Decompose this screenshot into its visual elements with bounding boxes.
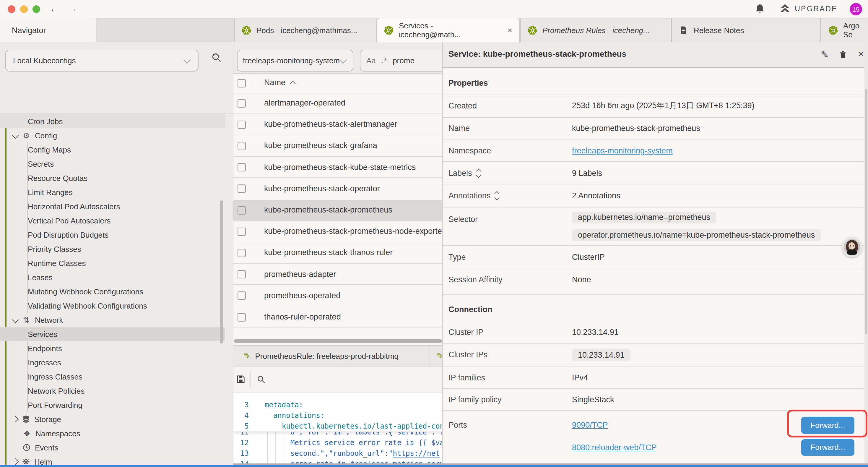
sidebar-item-mutating-webhook-configurations[interactable]: Mutating Webhook Configurations [0,284,225,298]
back-button[interactable]: ← [50,2,60,16]
row-checkbox[interactable] [238,206,246,214]
chevron-right-icon[interactable] [12,459,19,465]
sidebar-item-events[interactable]: Events [0,440,225,455]
sidebar-item-endpoints[interactable]: Endpoints [0,341,225,355]
property-row-cluster-ip: Cluster IP 10.233.14.91 [442,321,864,344]
traffic-light-minimize[interactable] [20,5,28,13]
dock-tab-prometheusrule[interactable]: ✎ PrometheusRule: freeleaps-prod-rabbitm… [234,346,430,366]
port-link-8080[interactable]: 8080:reloader-web/TCP [572,443,657,452]
tab-release-notes[interactable]: Release Notes [671,18,821,42]
row-checkbox[interactable] [238,292,246,300]
user-avatar[interactable] [842,237,862,257]
sidebar-item-services[interactable]: Services [0,327,225,341]
sidebar-item-runtime-classes[interactable]: Runtime Classes [0,256,225,270]
sidebar-item-storage[interactable]: Storage [0,412,225,426]
editor-search-button[interactable] [256,375,266,384]
expand-toggle-icon[interactable] [495,192,499,200]
chevron-right-icon[interactable] [12,416,19,423]
row-checkbox[interactable] [238,249,246,257]
sidebar-item-ingresses[interactable]: Ingresses [0,355,225,370]
sidebar-item-horizontal-pod-autoscalers[interactable]: Horizontal Pod Autoscalers [0,199,225,213]
sidebar-item-priority-classes[interactable]: Priority Classes [0,242,225,256]
namespace-link[interactable]: freeleaps-monitoring-system [572,146,673,155]
property-row-created: Created 253d 16h 6m ago (2025年1月13日 GMT+… [442,95,864,117]
table-row-selected[interactable]: kube-prometheus-stack-prometheus [234,200,442,221]
sidebar-item-config-maps[interactable]: Config Maps [0,143,225,157]
port-link-9090[interactable]: 9090/TCP [572,420,608,430]
sidebar-search-button[interactable] [211,52,222,63]
sidebar-item-namespaces[interactable]: ❖ Namespaces [0,426,225,440]
services-list-pane: freeleaps-monitoring-system Aa .* prome … [234,42,442,467]
tab-pods[interactable]: Pods - icecheng@mathmas... [234,18,376,42]
select-all-checkbox[interactable] [238,79,246,87]
helm-wheel-icon [22,458,30,466]
kubeconfig-select[interactable]: Local Kubeconfigs [5,49,198,71]
sidebar-item-vertical-pod-autoscalers[interactable]: Vertical Pod Autoscalers [0,213,225,228]
cluster-ip-chip: 10.233.14.91 [572,349,630,361]
row-checkbox[interactable] [238,270,246,279]
row-checkbox[interactable] [238,142,246,150]
table-row[interactable]: kube-prometheus-stack-prometheus-node-ex… [234,221,442,242]
code-editor[interactable]: 11 0","for":"1m","labels":{"service":"f … [234,392,442,463]
sidebar-item-validating-webhook-configurations[interactable]: Validating Webhook Configurations [0,298,225,313]
forward-button[interactable]: → [67,2,78,16]
horizontal-scrollbar[interactable] [234,339,442,343]
traffic-light-maximize[interactable] [32,5,40,13]
chevron-down-icon[interactable] [12,317,19,323]
traffic-light-close[interactable] [8,5,16,13]
expand-toggle-icon[interactable] [477,169,480,177]
table-row[interactable]: kube-prometheus-stack-kube-state-metrics [234,157,442,178]
row-checkbox[interactable] [238,163,246,171]
sidebar-item-port-forwarding[interactable]: Port Forwarding [0,398,225,412]
table-row[interactable]: kube-prometheus-stack-thanos-ruler [234,242,442,264]
sidebar-item-secrets[interactable]: Secrets [0,157,225,171]
upgrade-button[interactable]: UPGRADE [779,3,838,14]
section-heading-connection: Connection [448,305,493,314]
avatar-image [843,238,860,255]
row-checkbox[interactable] [238,185,246,193]
save-button[interactable] [236,374,246,384]
table-row[interactable]: prometheus-operated [234,285,442,307]
row-checkbox[interactable] [238,99,246,107]
notification-bell-icon[interactable] [754,4,765,14]
table-row[interactable]: kube-prometheus-stack-grafana [234,135,442,157]
sidebar-item-limit-ranges[interactable]: Limit Ranges [0,185,225,199]
url-link[interactable]: https://net [393,449,440,458]
delete-button[interactable] [837,49,848,60]
detail-scrollbar[interactable] [865,89,867,334]
sidebar-item-ingress-classes[interactable]: Ingress Classes [0,370,225,384]
code-line: 4 annotations: [234,410,442,421]
sidebar-item-config[interactable]: ⚙ Config [0,128,225,143]
table-row[interactable]: kube-prometheus-stack-operator [234,178,442,200]
sidebar-item-pod-disruption-budgets[interactable]: Pod Disruption Budgets [0,228,225,242]
sidebar-item-resource-quotas[interactable]: Resource Quotas [0,171,225,185]
network-arrows-icon: ⇅ [22,315,31,324]
table-row[interactable]: thanos-ruler-operated [234,307,442,328]
dock-tab-partial[interactable]: ✎ [430,346,442,366]
forward-button-8080[interactable]: Forward... [801,439,855,456]
list-search-input[interactable]: Aa .* prome [360,49,442,71]
table-row[interactable]: prometheus-adapter [234,264,442,285]
case-sensitive-toggle[interactable]: Aa [366,56,376,65]
sidebar-item-network-policies[interactable]: Network Policies [0,384,225,398]
sidebar-item-network[interactable]: ⇅ Network [0,313,225,327]
regex-toggle[interactable]: .* [382,56,387,65]
table-row[interactable]: kube-prometheus-stack-alertmanager [234,114,442,135]
row-checkbox[interactable] [238,120,246,128]
edit-button[interactable]: ✎ [819,49,831,60]
tab-argo[interactable]: Argo Se [821,18,868,42]
detail-panel-header: Service: kube-prometheus-stack-prometheu… [442,42,868,68]
tab-services[interactable]: Services - icecheng@math... × [376,18,520,42]
sidebar-scrollbar[interactable] [220,200,222,344]
notification-badge[interactable]: 15 [850,3,862,16]
sidebar-item-cron-jobs[interactable]: Cron Jobs [0,114,225,128]
row-checkbox[interactable] [238,227,246,236]
table-row[interactable]: alertmanager-operated [234,92,442,114]
chevron-down-icon[interactable] [12,132,19,139]
row-checkbox[interactable] [238,313,246,321]
tab-prometheus-rules[interactable]: Prometheus Rules - icecheng... [520,18,671,42]
sidebar-item-leases[interactable]: Leases [0,270,225,284]
tab-close-icon[interactable]: × [507,25,512,35]
column-header-name[interactable]: Name [264,78,295,87]
namespace-filter-select[interactable]: freeleaps-monitoring-system [237,49,353,71]
